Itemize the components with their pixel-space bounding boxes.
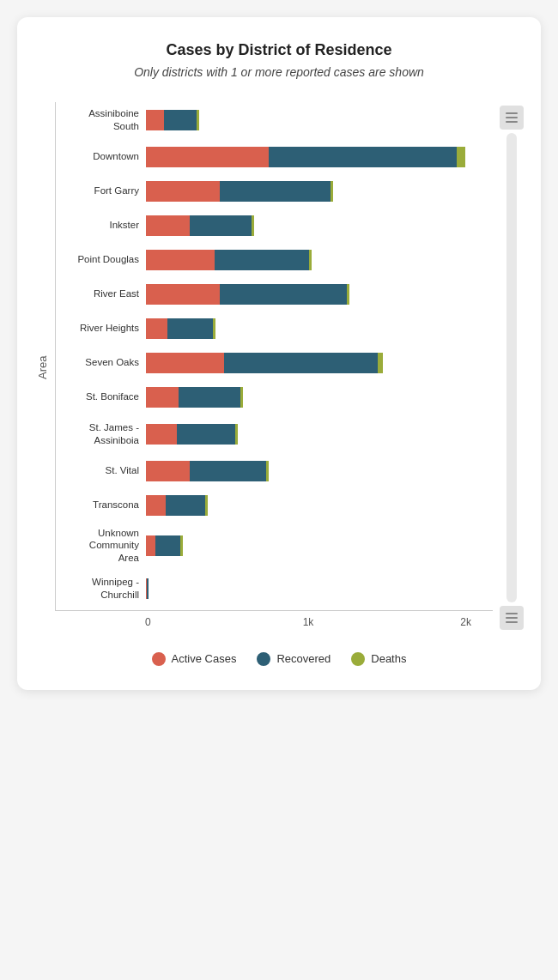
chart-subtitle: Only districts with 1 or more reported c…	[34, 64, 524, 82]
legend-label: Active Cases	[172, 652, 237, 665]
bar-row: St. Vital	[56, 456, 493, 487]
bar-row: UnknownCommunityArea	[56, 524, 493, 567]
segment-active	[146, 535, 155, 556]
bar-row: St. Boniface	[56, 382, 493, 413]
bar-row: Point Douglas	[56, 245, 493, 275]
bars-container: AssiniboineSouthDowntownFort GarryInkste…	[55, 102, 493, 611]
bar-row: Transcona	[56, 490, 493, 521]
segment-deaths	[213, 318, 215, 339]
segment-recovered	[167, 318, 213, 339]
bar-label: Winnipeg -Churchill	[56, 576, 146, 601]
bar-track	[146, 215, 493, 236]
bar-row: AssiniboineSouth	[56, 102, 493, 138]
segment-deaths	[457, 147, 465, 167]
segment-deaths	[266, 461, 269, 481]
bar-track	[146, 424, 493, 445]
segment-recovered	[269, 147, 457, 167]
segment-active	[146, 181, 220, 202]
segment-active	[146, 424, 177, 445]
segment-recovered	[220, 284, 347, 305]
legend: Active CasesRecoveredDeaths	[34, 652, 524, 666]
segment-deaths	[331, 181, 333, 202]
segment-deaths	[378, 353, 383, 373]
bar-row: Inkster	[56, 210, 493, 241]
bar-track	[146, 578, 493, 599]
bar-track	[146, 284, 493, 305]
scrollbar-top[interactable]	[500, 106, 524, 130]
segment-recovered	[215, 250, 309, 270]
bar-label: Fort Garry	[56, 185, 146, 197]
bar-row: Downtown	[56, 142, 493, 172]
segment-recovered	[190, 215, 252, 236]
bar-track	[146, 181, 493, 202]
segment-recovered	[166, 495, 205, 516]
bar-track	[146, 495, 493, 516]
segment-recovered	[164, 110, 197, 130]
legend-item: Active Cases	[152, 652, 237, 666]
x-axis: 01k2k	[145, 616, 493, 633]
x-tick: 1k	[303, 616, 314, 628]
segment-recovered	[224, 353, 378, 373]
segment-deaths	[180, 535, 183, 556]
bar-track	[146, 250, 493, 270]
bar-row: River East	[56, 279, 493, 310]
bar-row: Fort Garry	[56, 176, 493, 207]
segment-active	[146, 461, 190, 481]
bar-track	[146, 461, 493, 481]
segment-recovered	[190, 461, 266, 481]
bar-track	[146, 535, 493, 556]
bar-label: St. James -Assiniboia	[56, 421, 146, 446]
x-tick: 0	[145, 616, 151, 628]
segment-deaths	[240, 387, 243, 408]
bar-row: Winnipeg -Churchill	[56, 571, 493, 607]
segment-active	[146, 147, 269, 167]
segment-active	[146, 495, 166, 516]
bar-label: Downtown	[56, 150, 146, 162]
bar-track	[146, 147, 493, 167]
segment-recovered	[147, 578, 149, 599]
segment-deaths	[205, 495, 208, 516]
legend-label: Deaths	[371, 652, 406, 665]
segment-recovered	[220, 181, 331, 202]
bar-label: River East	[56, 287, 146, 299]
bar-label: St. Vital	[56, 464, 146, 476]
segment-recovered	[155, 535, 180, 556]
scrollbar-track[interactable]	[506, 133, 517, 602]
chart-title: Cases by District of Residence	[34, 41, 524, 59]
segment-recovered	[179, 387, 240, 408]
bar-label: Seven Oaks	[56, 356, 146, 368]
bar-row: Seven Oaks	[56, 348, 493, 378]
bar-label: Point Douglas	[56, 253, 146, 265]
bar-label: Inkster	[56, 219, 146, 231]
y-axis-label: Area	[34, 102, 50, 633]
bar-row: St. James -Assiniboia	[56, 416, 493, 452]
legend-dot	[257, 652, 270, 666]
segment-deaths	[252, 215, 254, 236]
segment-active	[146, 284, 220, 305]
segment-deaths	[235, 424, 238, 445]
segment-recovered	[177, 424, 235, 445]
segment-active	[146, 110, 164, 130]
segment-active	[146, 215, 190, 236]
bar-label: Transcona	[56, 499, 146, 511]
segment-active	[146, 250, 215, 270]
segment-deaths	[347, 284, 349, 305]
chart-area: Area AssiniboineSouthDowntownFort GarryI…	[34, 102, 524, 633]
bar-row: River Heights	[56, 313, 493, 344]
legend-item: Deaths	[351, 652, 406, 666]
bar-label: River Heights	[56, 322, 146, 334]
legend-item: Recovered	[257, 652, 331, 666]
bar-label: AssiniboineSouth	[56, 107, 146, 132]
legend-dot	[152, 652, 166, 666]
scrollbar[interactable]	[500, 102, 524, 633]
segment-active	[146, 387, 179, 408]
bar-track	[146, 353, 493, 373]
bar-label: UnknownCommunityArea	[56, 527, 146, 564]
x-tick: 2k	[460, 616, 471, 628]
segment-deaths	[309, 250, 312, 270]
segment-active	[146, 318, 167, 339]
scrollbar-bottom[interactable]	[500, 606, 524, 630]
legend-label: Recovered	[276, 652, 331, 665]
segment-deaths	[197, 110, 199, 130]
hamburger-bottom-icon	[501, 608, 522, 627]
